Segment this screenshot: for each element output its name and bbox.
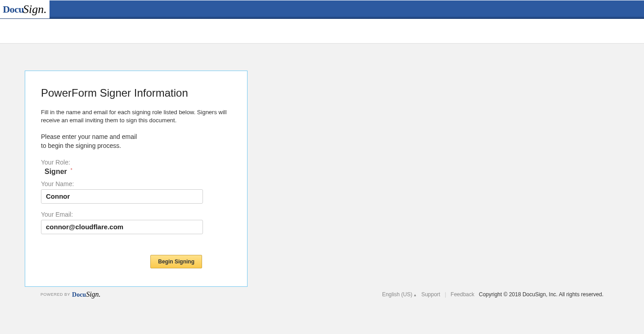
- email-label: Your Email:: [41, 211, 231, 218]
- role-value: Signer: [45, 168, 67, 176]
- caret-up-icon: ▲: [413, 293, 417, 297]
- powerform-card: PowerForm Signer Information Fill in the…: [25, 71, 248, 287]
- footer-logo: DocuSign.: [72, 290, 101, 298]
- feedback-link[interactable]: Feedback: [450, 291, 474, 298]
- role-row: Signer*: [41, 168, 231, 180]
- required-asterisk-icon: *: [71, 168, 72, 173]
- language-selector[interactable]: English (US)▲: [382, 291, 417, 298]
- logo-sign-text: Sign.: [23, 3, 47, 16]
- name-label: Your Name:: [41, 180, 231, 187]
- footer-separator: |: [445, 291, 446, 298]
- secondary-bar: [0, 19, 644, 44]
- support-link[interactable]: Support: [421, 291, 440, 298]
- form-instruction: Please enter your name and email to begi…: [41, 133, 231, 150]
- brand-logo: DocuSign.: [0, 0, 50, 18]
- footer-right: English (US)▲ Support | Feedback Copyrig…: [382, 291, 603, 298]
- footer-logo-docu: Docu: [72, 291, 86, 298]
- copyright-text: Copyright © 2018 DocuSign, Inc. All righ…: [479, 291, 603, 298]
- role-label: Your Role:: [41, 159, 231, 166]
- begin-signing-button[interactable]: Begin Signing: [150, 255, 202, 268]
- footer: POWERED BY DocuSign. English (US)▲ Suppo…: [25, 287, 619, 302]
- footer-logo-sign: Sign.: [86, 290, 100, 298]
- language-label: English (US): [382, 291, 412, 298]
- logo-docu-text: Docu: [3, 4, 24, 15]
- powered-by-label: POWERED BY: [41, 292, 70, 297]
- button-row: Begin Signing: [41, 255, 231, 268]
- name-input[interactable]: [41, 189, 203, 204]
- form-description: Fill in the name and email for each sign…: [41, 108, 231, 125]
- page-title: PowerForm Signer Information: [41, 87, 231, 99]
- top-banner: DocuSign.: [0, 0, 644, 19]
- content-area: PowerForm Signer Information Fill in the…: [0, 44, 644, 329]
- email-input[interactable]: [41, 220, 203, 234]
